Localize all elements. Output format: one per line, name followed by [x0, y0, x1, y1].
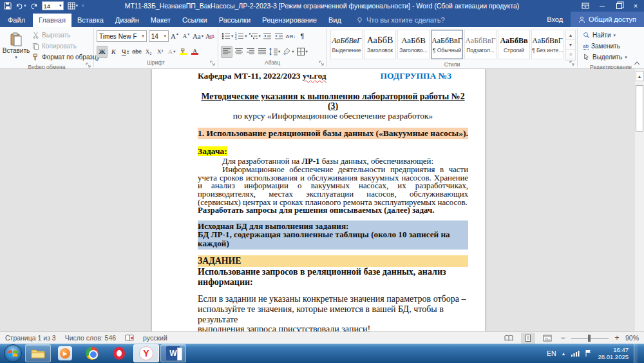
multilevel-list-button[interactable]: ▾ [249, 30, 261, 43]
style-card-heading1[interactable]: АаБбВЗаголовок [364, 30, 396, 59]
style-card-strong[interactable]: АаБбВвСтрогий [498, 30, 530, 59]
tell-me-box[interactable]: Что вы хотите сделать? [356, 16, 445, 27]
italic-button[interactable]: К [108, 46, 119, 58]
shading-button[interactable]: ▾ [281, 46, 294, 58]
share-button[interactable]: Общий доступ [571, 12, 644, 27]
change-case-button[interactable]: Аа▾ [193, 30, 204, 43]
taskbar-yandex-button[interactable]: Y [133, 344, 159, 362]
tab-layout[interactable]: Макет [145, 14, 176, 27]
tab-design[interactable]: Дизайн [109, 14, 145, 27]
restore-button[interactable] [611, 0, 627, 12]
taskbar-media-player-button[interactable]: ▶ [52, 344, 78, 362]
styles-dialog-launcher-icon[interactable] [569, 61, 575, 66]
align-left-button[interactable] [221, 46, 232, 58]
table-button[interactable]: ▾ [68, 2, 79, 10]
subscript-button[interactable]: Х₂ [143, 46, 154, 58]
collapse-ribbon-icon[interactable] [635, 61, 640, 66]
network-signal-icon[interactable] [571, 350, 580, 357]
decrease-indent-button[interactable] [262, 30, 273, 43]
underline-button[interactable]: Ч▾ [120, 46, 131, 58]
style-card-nospacing[interactable]: АаБбВвГ¶ Без инте... [531, 30, 564, 59]
read-mode-button[interactable] [502, 333, 516, 344]
font-color-button[interactable]: А [189, 46, 200, 58]
page-indicator[interactable]: Страница 1 из 3 [5, 334, 56, 342]
numbering-button[interactable]: ▾ [234, 30, 247, 43]
save-icon[interactable] [4, 2, 12, 10]
sort-button[interactable]: АЯ↓ [285, 30, 296, 43]
bullets-button[interactable]: ▾ [221, 30, 234, 43]
zoom-level[interactable]: 90% [625, 334, 639, 342]
style-card-emphasis[interactable]: АаБбВвГВыделение [330, 30, 363, 59]
close-button[interactable]: × [627, 0, 644, 12]
replace-button[interactable]: abЗаменить [582, 41, 629, 51]
paragraph-dialog-launcher-icon[interactable] [319, 61, 325, 66]
taskbar-word-button[interactable]: W [160, 344, 186, 362]
paste-button[interactable]: Вставить▾ [3, 29, 30, 63]
grow-font-button[interactable]: А▲ [169, 30, 180, 43]
align-right-button[interactable] [245, 46, 256, 58]
taskbar-explorer-button[interactable] [25, 344, 51, 362]
language-indicator[interactable]: русский [143, 334, 167, 342]
format-painter-button[interactable]: Формат по образцу [31, 52, 101, 62]
strikethrough-button[interactable]: abc [131, 46, 142, 58]
cut-button[interactable]: Вырезать [31, 30, 101, 40]
align-center-button[interactable] [233, 46, 244, 58]
minimize-button[interactable] [594, 0, 611, 12]
action-center-flag-icon[interactable] [585, 349, 592, 357]
redo-icon[interactable] [30, 2, 38, 10]
styles-scroll-down-button[interactable]: ▼ [566, 40, 575, 50]
select-button[interactable]: Выделить▾ [582, 52, 629, 62]
zoom-slider-thumb[interactable] [588, 335, 591, 342]
tab-review[interactable]: Рецензирование [256, 14, 323, 27]
line-spacing-button[interactable]: ▾ [268, 46, 281, 58]
highlight-color-button[interactable] [178, 46, 189, 58]
tab-references[interactable]: Ссылки [176, 14, 213, 27]
copy-button[interactable]: Копировать [31, 41, 101, 51]
word-count[interactable]: Число слов: 546 [65, 334, 116, 342]
style-card-normal[interactable]: АаБбВвГ¶ Обычный [431, 30, 463, 59]
style-card-subtitle[interactable]: АаБбВвГПодзагол... [464, 30, 497, 59]
web-layout-button[interactable] [540, 333, 554, 344]
scrollbar-thumb[interactable] [636, 85, 643, 132]
tab-view[interactable]: Вид [323, 14, 347, 27]
document-page[interactable]: Кафедра МТ-11, 2022/2023 уч.год ПОДГРУПП… [152, 69, 485, 331]
font-name-combo[interactable]: Times New F▾ [97, 30, 147, 42]
vertical-scrollbar[interactable]: ▲ [634, 69, 644, 331]
proofing-errors-icon[interactable] [125, 335, 134, 342]
zoom-in-button[interactable]: + [614, 333, 620, 342]
language-switcher[interactable]: EN [547, 349, 556, 357]
undo-button[interactable]: ▾ [15, 2, 26, 10]
taskbar-chrome-button[interactable] [79, 344, 105, 362]
style-card-heading2[interactable]: АаБбВЗаголово... [397, 30, 430, 59]
shrink-font-button[interactable]: А▼ [181, 30, 192, 43]
taskbar-clock[interactable]: 16:47 28.01.2025 [598, 346, 629, 360]
tab-home[interactable]: Главная [33, 14, 71, 27]
styles-scroll-up-button[interactable]: ▲ [566, 30, 575, 40]
qat-font-size-box[interactable]: 14▾ [42, 1, 64, 10]
tab-insert[interactable]: Вставка [71, 14, 109, 27]
ribbon-display-options-button[interactable] [577, 0, 594, 12]
customize-qat-icon[interactable]: ▿ [82, 3, 84, 8]
show-marks-button[interactable]: ¶ [297, 30, 308, 43]
superscript-button[interactable]: Х² [155, 46, 166, 58]
clipboard-dialog-launcher-icon[interactable] [86, 63, 91, 68]
font-size-combo[interactable]: 14▾ [149, 30, 169, 42]
show-hidden-icons[interactable]: ▲ [562, 351, 566, 356]
increase-indent-button[interactable] [274, 30, 285, 43]
text-effects-button[interactable]: А▾ [166, 46, 177, 58]
tab-file[interactable]: Файл [0, 14, 33, 27]
zoom-out-button[interactable]: − [560, 333, 566, 342]
tab-mailings[interactable]: Рассылки [213, 14, 256, 27]
zoom-slider[interactable] [571, 338, 609, 338]
taskbar-opera-button[interactable] [106, 344, 132, 362]
show-desktop-button[interactable] [634, 344, 638, 363]
print-layout-button[interactable] [521, 333, 535, 344]
scroll-up-icon[interactable]: ▲ [636, 71, 644, 81]
justify-button[interactable] [256, 46, 267, 58]
find-button[interactable]: Найти▾ [582, 30, 629, 40]
clear-formatting-button[interactable] [204, 30, 215, 43]
styles-more-button[interactable]: ≡ [566, 50, 575, 59]
start-button[interactable] [4, 344, 22, 362]
bold-button[interactable]: Ж [97, 46, 108, 58]
borders-button[interactable]: ▾ [296, 46, 308, 58]
